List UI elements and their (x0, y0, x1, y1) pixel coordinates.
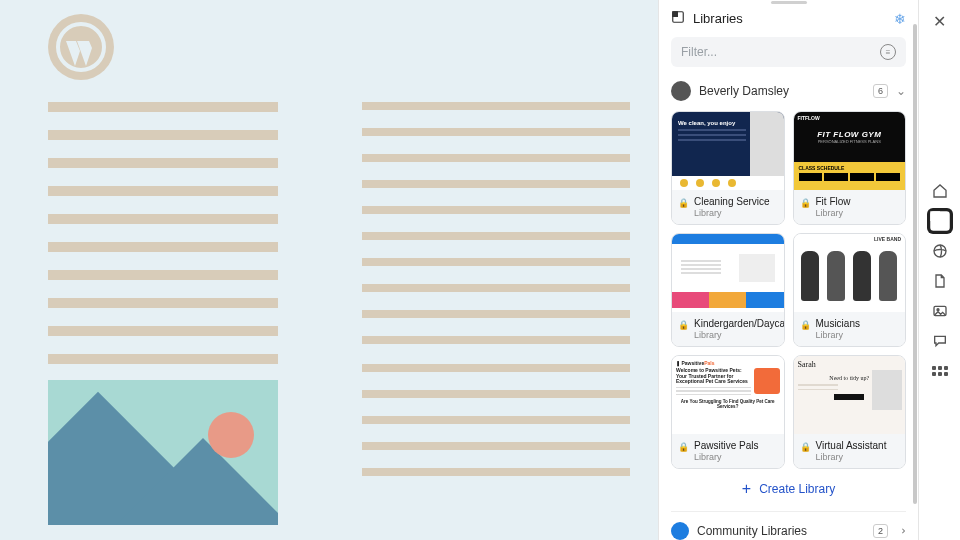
filter-input[interactable] (681, 45, 880, 59)
library-card-pawsitive[interactable]: ❚ PawsitivePals Welcome to Pawsitive Pet… (671, 355, 785, 469)
library-card-musicians[interactable]: LIVE BAND 🔒 Musicians Library (793, 233, 907, 347)
chevron-down-icon[interactable]: ⌄ (896, 84, 906, 98)
filter-field[interactable]: ≡ (671, 37, 906, 67)
snowflake-icon[interactable]: ❄ (894, 11, 906, 27)
svg-point-8 (937, 309, 939, 311)
libraries-panel: Libraries ❄ ≡ Beverly Damsley 6 ⌄ We cle… (658, 0, 918, 540)
lock-icon: 🔒 (678, 320, 688, 330)
library-thumb: FITFLOW FIT FLOW GYM PERSONALIZED FITNES… (794, 112, 906, 190)
scrollbar[interactable] (913, 24, 917, 504)
library-sublabel: Library (816, 208, 851, 218)
svg-rect-3 (673, 12, 678, 17)
library-sublabel: Library (694, 208, 770, 218)
library-sublabel: Library (694, 330, 785, 340)
panel-title: Libraries (693, 11, 886, 26)
library-card-va[interactable]: Sarah Need to tidy up? 🔒 Virtual Assista… (793, 355, 907, 469)
library-card-kindergarden[interactable]: 🔒 Kindergarden/Daycare Library (671, 233, 785, 347)
editor-canvas (0, 0, 658, 540)
library-thumb: Sarah Need to tidy up? (794, 356, 906, 434)
create-library-button[interactable]: + Create Library (671, 469, 906, 511)
avatar (671, 81, 691, 101)
library-sublabel: Library (694, 452, 758, 462)
library-thumb: We clean, you enjoy (672, 112, 784, 190)
library-thumb (672, 234, 784, 312)
side-rail: ✕ (918, 0, 960, 540)
lock-icon: 🔒 (678, 442, 688, 452)
home-icon[interactable] (932, 183, 948, 199)
library-sublabel: Library (816, 330, 860, 340)
image-placeholder (48, 380, 278, 525)
wireframe-right-column (362, 102, 630, 525)
lock-icon: 🔒 (800, 320, 810, 330)
wireframe-left-column (48, 102, 278, 525)
lock-icon: 🔒 (800, 442, 810, 452)
file-icon[interactable] (932, 273, 948, 289)
wordpress-logo (48, 14, 114, 80)
chevron-right-icon[interactable]: ⌄ (894, 526, 908, 536)
community-count-badge: 2 (873, 524, 888, 538)
lock-icon: 🔒 (800, 198, 810, 208)
owner-name: Beverly Damsley (699, 84, 865, 98)
close-icon[interactable]: ✕ (933, 12, 946, 31)
library-count-badge: 6 (873, 84, 888, 98)
community-icon (671, 522, 689, 540)
library-title: Virtual Assistant (816, 440, 887, 452)
library-title: Fit Flow (816, 196, 851, 208)
library-owner-row[interactable]: Beverly Damsley 6 ⌄ (671, 81, 906, 101)
create-library-label: Create Library (759, 482, 835, 496)
libraries-rail-icon[interactable] (927, 208, 953, 234)
aperture-icon[interactable] (932, 243, 948, 259)
library-title: Kindergarden/Daycare (694, 318, 785, 330)
svg-rect-5 (931, 212, 939, 220)
community-label: Community Libraries (697, 524, 865, 538)
filter-options-icon[interactable]: ≡ (880, 44, 896, 60)
library-thumb: LIVE BAND (794, 234, 906, 312)
apps-icon[interactable] (932, 366, 948, 376)
plus-icon: + (742, 481, 751, 497)
library-sublabel: Library (816, 452, 887, 462)
image-icon[interactable] (932, 303, 948, 319)
library-card-cleaning[interactable]: We clean, you enjoy 🔒 Cleaning Service L… (671, 111, 785, 225)
library-title: Pawsitive Pals (694, 440, 758, 452)
library-title: Cleaning Service (694, 196, 770, 208)
library-title: Musicians (816, 318, 860, 330)
library-thumb: ❚ PawsitivePals Welcome to Pawsitive Pet… (672, 356, 784, 434)
libraries-icon (671, 10, 685, 27)
lock-icon: 🔒 (678, 198, 688, 208)
svg-point-6 (934, 245, 946, 257)
library-card-fitflow[interactable]: FITFLOW FIT FLOW GYM PERSONALIZED FITNES… (793, 111, 907, 225)
comment-icon[interactable] (932, 333, 948, 349)
community-libraries-row[interactable]: Community Libraries 2 ⌄ (671, 511, 906, 540)
